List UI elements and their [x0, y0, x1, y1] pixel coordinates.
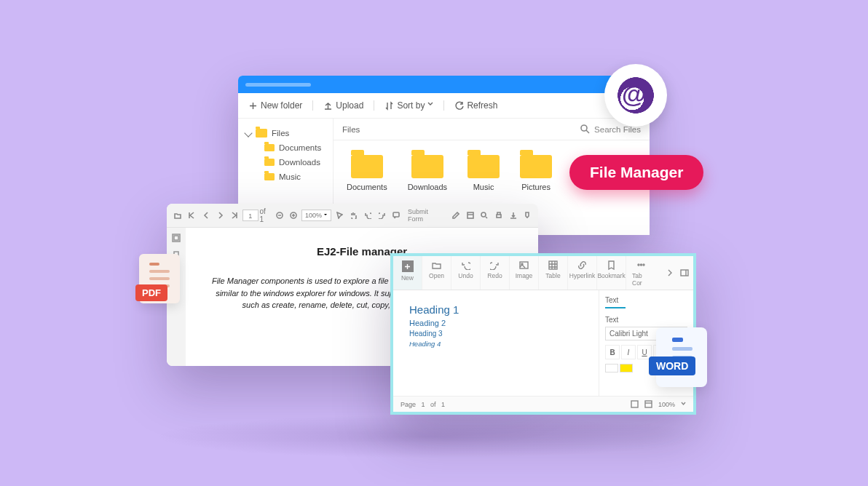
tree-item-documents[interactable]: Documents	[263, 140, 327, 155]
form-button[interactable]	[464, 209, 477, 222]
sort-by-label: Sort by	[397, 100, 425, 111]
pdf-toolbar: 1 of 1 100% Submit Form	[167, 204, 538, 228]
heading-4: Heading 4	[409, 340, 583, 348]
panel-tab[interactable]: Text	[605, 296, 687, 304]
annotation-button[interactable]	[521, 209, 534, 222]
download-button[interactable]	[507, 209, 520, 222]
print-button[interactable]	[492, 209, 505, 222]
select-tool-button[interactable]	[333, 209, 346, 222]
folder-icon	[351, 155, 383, 178]
heading-3: Heading 3	[409, 330, 583, 338]
svg-rect-6	[497, 215, 501, 218]
page-label: Page	[401, 401, 416, 408]
panel-icon[interactable]	[680, 268, 689, 277]
chevron-down-icon	[427, 101, 433, 111]
word-page[interactable]: Heading 1 Heading 2 Heading 3 Heading 4	[393, 290, 599, 396]
zoom-select[interactable]: 100%	[301, 210, 331, 221]
comment-button[interactable]	[390, 209, 403, 222]
zoom-out-button[interactable]	[273, 209, 286, 222]
redo-button[interactable]	[376, 209, 389, 222]
last-page-button[interactable]	[228, 209, 241, 222]
breadcrumb[interactable]: Files	[342, 125, 360, 134]
pdf-file-badge: PDF	[135, 254, 184, 314]
folder-open-icon	[432, 260, 441, 270]
submit-form-button[interactable]: Submit Form	[404, 207, 448, 224]
last-icon	[231, 212, 238, 219]
ribbon-redo-button[interactable]: Redo	[481, 256, 510, 290]
ribbon-table-button[interactable]: Table	[539, 256, 568, 290]
minus-icon	[276, 212, 283, 219]
next-page-button[interactable]	[214, 209, 227, 222]
folder-icon	[264, 173, 275, 180]
chevron-right-icon[interactable]	[666, 268, 674, 277]
thumbnail-icon[interactable]	[172, 234, 181, 242]
pan-tool-button[interactable]	[347, 209, 360, 222]
page-of-label: of 1	[260, 207, 272, 223]
svg-rect-16	[631, 401, 638, 407]
page-layout-icon[interactable]	[631, 400, 639, 408]
svg-rect-15	[681, 270, 688, 276]
web-layout-icon[interactable]	[644, 400, 652, 408]
ribbon-label: Bookmark	[597, 272, 625, 279]
more-icon	[636, 260, 646, 270]
ribbon-new-button[interactable]: New	[393, 256, 422, 290]
ribbon-label: Table	[545, 272, 560, 279]
plus-icon	[248, 101, 258, 111]
chevron-left-icon	[202, 212, 210, 219]
ribbon-more-button[interactable]: Tab Cor	[626, 256, 655, 290]
svg-rect-8	[174, 236, 178, 240]
tree-item-downloads[interactable]: Downloads	[263, 155, 327, 170]
prev-page-button[interactable]	[200, 209, 213, 222]
ribbon-hyperlink-button[interactable]: Hyperlink	[568, 256, 597, 290]
first-page-button[interactable]	[186, 209, 199, 222]
panel-section: Text	[605, 316, 687, 324]
cursor-icon	[336, 212, 343, 219]
plus-icon	[403, 262, 412, 271]
tree-item-label: Downloads	[279, 158, 320, 167]
link-icon	[577, 260, 587, 270]
page-of: of	[430, 401, 436, 408]
plus-icon	[290, 212, 297, 219]
word-tag: WORD	[649, 356, 695, 375]
redo-icon	[490, 260, 500, 270]
refresh-button[interactable]: Refresh	[450, 97, 502, 113]
edit-button[interactable]	[449, 209, 462, 222]
ribbon-label: Hyperlink	[569, 272, 595, 279]
pill-label: File Manager	[590, 164, 683, 180]
word-file-badge: WORD	[649, 327, 714, 400]
color-swatch[interactable]	[605, 364, 618, 373]
separator	[312, 100, 313, 111]
sort-by-button[interactable]: Sort by	[380, 97, 438, 113]
heading-1: Heading 1	[409, 303, 583, 316]
color-swatch[interactable]	[620, 364, 633, 373]
new-folder-button[interactable]: New folder	[244, 97, 307, 113]
separator	[374, 100, 374, 111]
ribbon-undo-button[interactable]: Undo	[451, 256, 481, 290]
italic-button[interactable]: I	[621, 345, 636, 359]
tree-root-files[interactable]: Files	[244, 126, 327, 140]
tree-item-label: Music	[279, 172, 301, 181]
zoom-in-button[interactable]	[287, 209, 300, 222]
bold-button[interactable]: B	[605, 345, 620, 359]
redo-icon	[379, 212, 386, 219]
folder-icon	[264, 159, 275, 166]
ribbon-label: Tab Cor	[632, 272, 650, 287]
zoom-value: 100%	[305, 212, 322, 219]
undo-button[interactable]	[361, 209, 374, 222]
window-titlebar[interactable]	[238, 76, 650, 93]
file-manager-toolbar: New folder Upload Sort by Refresh	[238, 93, 650, 119]
print-icon	[495, 212, 502, 219]
search-button[interactable]	[478, 209, 492, 222]
tree-item-music[interactable]: Music	[263, 170, 327, 184]
zoom-value[interactable]: 100%	[658, 401, 675, 408]
ribbon-bookmark-button[interactable]: Bookmark	[597, 256, 626, 290]
ribbon-image-button[interactable]: Image	[510, 256, 539, 290]
refresh-icon	[454, 101, 464, 111]
page-number-input[interactable]: 1	[242, 210, 259, 221]
upload-button[interactable]: Upload	[319, 97, 368, 113]
tree-root-label: Files	[272, 129, 289, 138]
ribbon-open-button[interactable]: Open	[422, 256, 451, 290]
breadcrumb-bar: Files Search Files	[334, 119, 650, 140]
chevron-down-icon[interactable]	[681, 402, 686, 407]
open-file-button[interactable]	[171, 209, 184, 222]
